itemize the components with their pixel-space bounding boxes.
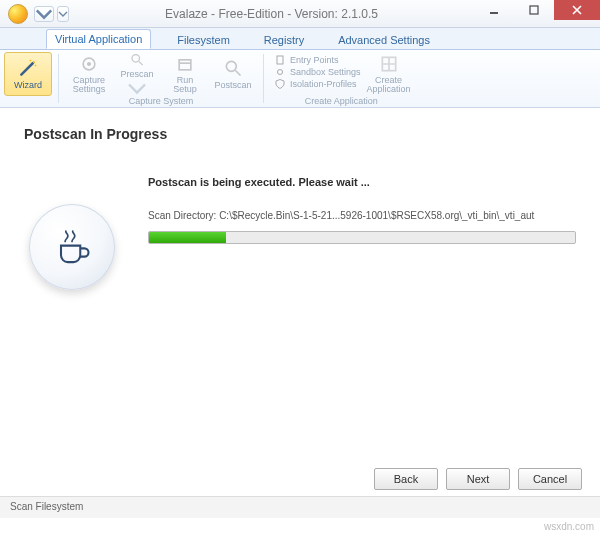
tab-label: Advanced Settings (338, 34, 430, 46)
tab-virtual-application[interactable]: Virtual Application (46, 29, 151, 49)
scan-path: C:\$Recycle.Bin\S-1-5-21...5926-1001\$RS… (219, 210, 534, 221)
tab-registry[interactable]: Registry (256, 31, 312, 49)
gear-icon (274, 66, 286, 78)
back-button[interactable]: Back (374, 468, 438, 490)
button-label: Prescan (120, 69, 153, 79)
postscan-button[interactable]: Postscan (209, 52, 257, 96)
qat-button[interactable] (34, 6, 54, 22)
cancel-button[interactable]: Cancel (518, 468, 582, 490)
watermark: wsxdn.com (544, 521, 594, 532)
exec-message: Postscan is being executed. Please wait … (148, 176, 576, 188)
svg-point-4 (35, 65, 37, 67)
svg-rect-1 (530, 6, 538, 14)
ribbon-group-create: Entry Points Sandbox Settings Isolation-… (266, 50, 417, 107)
page-heading: Postscan In Progress (24, 126, 576, 142)
capture-settings-button[interactable]: Capture Settings (65, 52, 113, 96)
qat-dropdown[interactable] (57, 6, 69, 22)
svg-point-7 (132, 55, 140, 63)
window-controls (474, 0, 600, 27)
close-icon (572, 5, 582, 15)
tab-filesystem[interactable]: Filesystem (169, 31, 238, 49)
status-bar: Scan Filesystem (0, 496, 600, 518)
version-number: 2.1.0.5 (341, 7, 378, 21)
svg-point-9 (226, 61, 236, 71)
maximize-button[interactable] (514, 0, 554, 20)
wizard-button[interactable]: Wizard (4, 52, 52, 96)
version-label: Version: (295, 7, 338, 21)
button-label: Run Setup (173, 76, 197, 94)
prescan-button[interactable]: Prescan (113, 52, 161, 96)
progress-column: Postscan is being executed. Please wait … (148, 176, 576, 290)
edition: Free-Edition (218, 7, 283, 21)
isolation-profiles-button[interactable]: Isolation-Profiles (274, 78, 361, 90)
svg-rect-10 (277, 56, 283, 64)
build-icon (379, 54, 399, 74)
entry-points-button[interactable]: Entry Points (274, 54, 361, 66)
button-label: Entry Points (290, 55, 339, 65)
minimize-icon (489, 5, 499, 15)
scan-directory-line: Scan Directory: C:\$Recycle.Bin\S-1-5-21… (148, 210, 576, 221)
shield-icon (274, 78, 286, 90)
svg-rect-0 (490, 12, 498, 14)
small-buttons-stack: Entry Points Sandbox Settings Isolation-… (270, 52, 365, 92)
button-label: Back (394, 473, 418, 485)
button-label: Postscan (214, 80, 251, 90)
button-label: Wizard (14, 80, 42, 90)
dropdown-icon (35, 5, 53, 23)
tab-strip: Virtual Application Filesystem Registry … (0, 28, 600, 50)
search-icon (223, 58, 243, 78)
button-label: Capture Settings (73, 76, 106, 94)
create-application-button[interactable]: Create Application (365, 52, 413, 96)
system-menu (0, 4, 69, 24)
svg-point-11 (278, 70, 283, 75)
tab-label: Filesystem (177, 34, 230, 46)
title-bar: Evalaze - Free-Edition - Version: 2.1.0.… (0, 0, 600, 28)
tab-label: Registry (264, 34, 304, 46)
status-text: Scan Filesystem (10, 501, 83, 512)
button-label: Next (467, 473, 490, 485)
progress-row: Postscan is being executed. Please wait … (24, 176, 576, 290)
run-setup-button[interactable]: Run Setup (161, 52, 209, 96)
maximize-icon (529, 5, 539, 15)
button-label: Cancel (533, 473, 567, 485)
app-orb-icon[interactable] (8, 4, 28, 24)
button-label: Create Application (367, 76, 411, 94)
ribbon: Wizard Capture Settings Prescan Run Setu… (0, 50, 600, 108)
group-label: Capture System (129, 96, 194, 106)
tab-advanced-settings[interactable]: Advanced Settings (330, 31, 438, 49)
minimize-button[interactable] (474, 0, 514, 20)
button-label: Isolation-Profiles (290, 79, 357, 89)
svg-point-2 (33, 61, 35, 63)
progress-fill (149, 232, 226, 243)
coffee-cup-icon (50, 225, 94, 269)
wizard-button-bar: Back Next Cancel (374, 468, 582, 490)
separator (58, 54, 59, 103)
svg-point-3 (30, 60, 32, 62)
ribbon-group-capture: Capture Settings Prescan Run Setup Posts… (61, 50, 261, 107)
scan-label: Scan Directory: (148, 210, 216, 221)
content-area: Postscan In Progress Postscan is being e… (0, 108, 600, 488)
chevron-down-icon (58, 9, 68, 19)
wait-graphic (24, 176, 120, 290)
window-title: Evalaze - Free-Edition - Version: 2.1.0.… (69, 7, 474, 21)
ribbon-group-wizard: Wizard (0, 50, 56, 107)
wand-icon (18, 58, 38, 78)
separator (263, 54, 264, 103)
next-button[interactable]: Next (446, 468, 510, 490)
app-name: Evalaze (165, 7, 208, 21)
package-icon (175, 54, 195, 74)
search-icon (127, 52, 147, 67)
quick-access-toolbar (34, 6, 69, 22)
progress-bar (148, 231, 576, 244)
door-icon (274, 54, 286, 66)
sandbox-settings-button[interactable]: Sandbox Settings (274, 66, 361, 78)
svg-point-6 (87, 62, 91, 66)
button-label: Sandbox Settings (290, 67, 361, 77)
wait-badge (29, 204, 115, 290)
group-label: Create Application (305, 96, 378, 106)
close-button[interactable] (554, 0, 600, 20)
settings-icon (79, 54, 99, 74)
chevron-down-icon (127, 81, 147, 96)
svg-rect-8 (179, 60, 191, 70)
tab-label: Virtual Application (55, 33, 142, 45)
